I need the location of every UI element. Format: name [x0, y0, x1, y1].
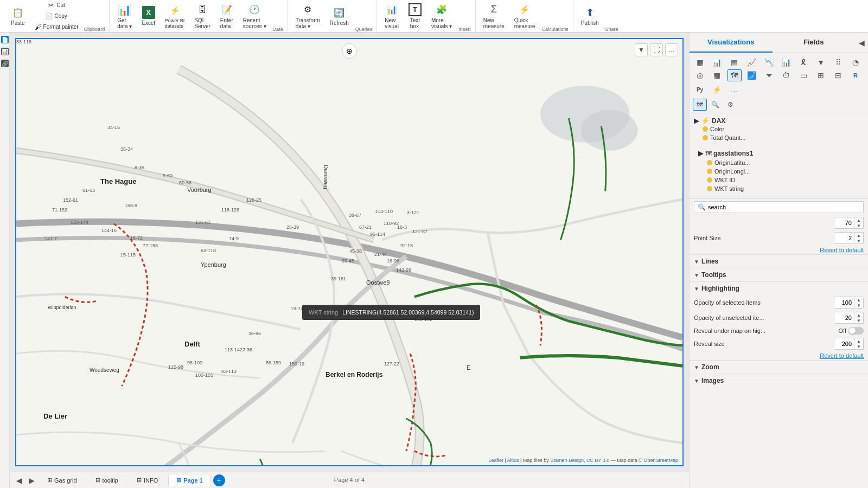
enter-data-button[interactable]: 📝 Enterdata [217, 1, 237, 31]
map-filter-button[interactable]: ▼ [635, 43, 648, 56]
map-container[interactable]: The Hague Voorburg Ypenburg Delft Oostwe… [15, 38, 684, 466]
opacity-unselected-input[interactable]: ▲ ▼ [834, 312, 864, 324]
viz-table[interactable]: ⊞ [814, 69, 828, 81]
viz-python[interactable]: Py [693, 84, 707, 95]
viz-ribbon[interactable]: 🎗 [796, 56, 810, 68]
opacity-unselected-up[interactable]: ▲ [854, 312, 863, 318]
highlighting-section-header[interactable]: ▼ Highlighting [690, 281, 868, 295]
viz-funnel[interactable]: ⏷ [762, 69, 776, 81]
point-size-value[interactable] [834, 234, 854, 242]
publish-button[interactable]: ⬆ Publish [578, 4, 602, 28]
powerbi-button[interactable]: ⚡ Power BIdatasets [162, 2, 188, 31]
revert-default-1[interactable]: Revert to default [690, 246, 868, 254]
viz-line[interactable]: 📈 [745, 56, 759, 68]
osm-link[interactable]: OpenStreetMap [643, 458, 678, 463]
map-analytics-icon[interactable]: 🔍 [708, 99, 722, 111]
format-painter-button[interactable]: 🖌 Format painter [31, 22, 81, 32]
tab-prev-button[interactable]: ◀ [14, 475, 24, 486]
viz-gauge[interactable]: ⏱ [779, 69, 793, 81]
map-focus-button[interactable]: ⛶ [650, 43, 663, 56]
search-input[interactable] [708, 204, 860, 210]
images-section-header[interactable]: ▼ Images [690, 374, 868, 387]
tab-next-button[interactable]: ▶ [27, 475, 37, 486]
map-more-button[interactable]: … [665, 43, 678, 56]
viz-key-influencers[interactable]: ⚡ [710, 84, 724, 95]
viz-area[interactable]: 📉 [762, 56, 776, 68]
viz-line-clustered[interactable]: 📊 [779, 56, 793, 68]
tab-gas-grid[interactable]: ⊞ Gas grid [39, 474, 85, 486]
add-page-button[interactable]: + [213, 474, 225, 486]
tooltips-section-header[interactable]: ▼ Tooltips [690, 268, 868, 281]
opacity-selected-up[interactable]: ▲ [854, 297, 863, 303]
altius-link[interactable]: Altius [507, 458, 519, 463]
left-icon-model[interactable]: 🔗 [1, 60, 9, 67]
recent-sources-button[interactable]: 🕐 Recentsources ▾ [240, 1, 270, 31]
opacity-selected-value[interactable] [834, 298, 854, 307]
panel-collapse-button[interactable]: ◀ [855, 33, 868, 53]
cut-button[interactable]: ✂ Cut [31, 1, 81, 10]
refresh-button[interactable]: 🔄 Refresh [327, 4, 352, 28]
tab-info[interactable]: ⊞ INFO [129, 474, 166, 486]
opacity-selected-input[interactable]: ▲ ▼ [834, 297, 864, 309]
zoom-down-arrow[interactable]: ▼ [854, 223, 863, 228]
opacity-unselected-down[interactable]: ▼ [854, 318, 863, 323]
viz-treemap[interactable]: ▦ [710, 69, 724, 81]
zoom-section-header[interactable]: ▼ Zoom [690, 360, 868, 374]
get-data-button[interactable]: 📊 Getdata ▾ [114, 1, 135, 31]
viz-clustered-bar[interactable]: 📊 [710, 56, 724, 68]
viz-scatter[interactable]: ⠿ [831, 56, 845, 68]
tab-visualizations[interactable]: Visualizations [690, 33, 773, 53]
point-size-input[interactable]: ▲ ▼ [834, 232, 864, 244]
dax-total-item[interactable]: Total Quant... [694, 133, 864, 142]
gasstations-header[interactable]: ▶ 🗺 gasstations1 [694, 149, 864, 158]
transform-button[interactable]: ⚙ Transformdata ▾ [292, 1, 323, 31]
zoom-up-arrow[interactable]: ▲ [854, 217, 863, 223]
reveal-size-up[interactable]: ▲ [854, 338, 863, 344]
gs-wktid-item[interactable]: WKT ID [694, 176, 864, 184]
map-settings-icon[interactable]: ⚙ [723, 99, 737, 111]
sql-button[interactable]: 🗄 SQLServer [191, 1, 213, 31]
dax-color-item[interactable]: Color [694, 125, 864, 133]
new-visual-button[interactable]: 📊 Newvisual [381, 1, 402, 31]
viz-map[interactable]: 🗺 [727, 69, 742, 81]
stamen-link[interactable]: Stamen Design, CC BY 3.0 [550, 458, 609, 463]
viz-donut[interactable]: ◎ [693, 69, 707, 81]
tab-fields[interactable]: Fields [773, 33, 856, 53]
quick-measure-button[interactable]: ⚡ Quickmeasure [511, 1, 539, 31]
viz-stacked-bar[interactable]: ▦ [693, 56, 707, 68]
left-icon-report[interactable]: 📄 [1, 36, 9, 43]
dax-header[interactable]: ▶ ⚡ DAX [694, 117, 864, 125]
left-icon-data[interactable]: 📊 [1, 48, 9, 55]
viz-waterfall[interactable]: ▼ [814, 56, 828, 68]
map-center-button[interactable]: ⊕ [342, 43, 357, 59]
gs-originlong-item[interactable]: OriginLongi... [694, 167, 864, 176]
gs-wktstring-item[interactable]: WKT string [694, 184, 864, 193]
zoom-input[interactable]: ▲ ▼ [834, 217, 864, 229]
revert-default-2[interactable]: Revert to default [690, 351, 868, 360]
tab-tooltip[interactable]: ⊞ tooltip [87, 474, 126, 486]
viz-matrix[interactable]: ⊟ [831, 69, 845, 81]
new-measure-button[interactable]: Σ Newmeasure [480, 1, 508, 31]
more-visuals-button[interactable]: 🧩 Morevisuals ▾ [428, 1, 455, 31]
reveal-size-down[interactable]: ▼ [854, 344, 863, 349]
viz-100pct-bar[interactable]: ▤ [727, 56, 742, 68]
leaflet-link[interactable]: Leaflet [489, 458, 503, 463]
map-format-icon[interactable]: 🗺 [693, 99, 707, 111]
reveal-toggle-track[interactable] [848, 327, 864, 335]
reveal-size-value[interactable] [834, 339, 854, 348]
viz-r-visual[interactable]: R [848, 69, 863, 81]
gs-originlat-item[interactable]: OriginLatitu... [694, 158, 864, 167]
point-size-down[interactable]: ▼ [854, 238, 863, 243]
opacity-selected-down[interactable]: ▼ [854, 303, 863, 308]
viz-pie[interactable]: ◔ [848, 56, 863, 68]
paste-button[interactable]: 📋 Paste [8, 4, 28, 28]
viz-card[interactable]: ▭ [796, 69, 810, 81]
lines-section-header[interactable]: ▼ Lines [690, 254, 868, 268]
tab-page1[interactable]: ⊞ Page 1 [168, 474, 210, 486]
point-size-up[interactable]: ▲ [854, 233, 863, 238]
excel-button[interactable]: X Excel [138, 4, 158, 28]
text-box-button[interactable]: T Textbox [405, 1, 425, 31]
search-box[interactable]: 🔍 [694, 201, 864, 213]
reveal-size-input[interactable]: ▲ ▼ [834, 338, 864, 350]
reveal-toggle[interactable]: Off [839, 327, 864, 335]
